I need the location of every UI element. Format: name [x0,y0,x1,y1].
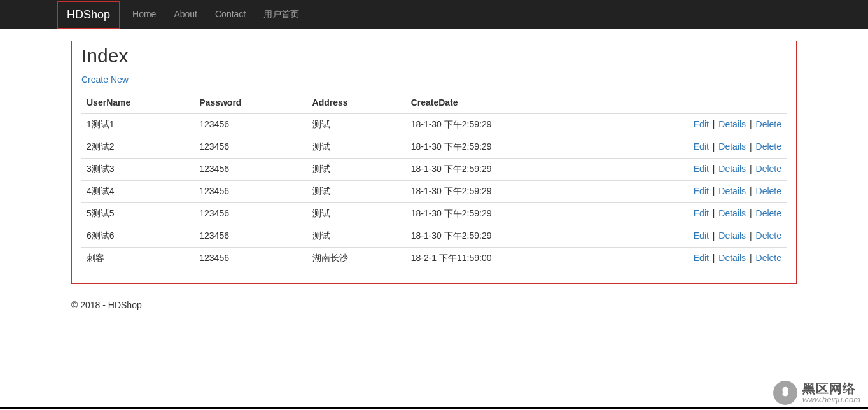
delete-link[interactable]: Delete [756,186,781,196]
nav-user-home[interactable]: 用户首页 [255,0,308,29]
cell-username: 3测试3 [81,159,194,181]
th-address: Address [307,92,406,113]
cell-password: 123456 [194,113,307,136]
cell-password: 123456 [194,248,307,270]
cell-createdate: 18-1-30 下午2:59:29 [406,113,596,136]
footer-text: © 2018 - HDShop [71,300,797,310]
cell-address: 测试 [307,225,406,248]
cell-createdate: 18-1-30 下午2:59:29 [406,203,596,225]
details-link[interactable]: Details [718,141,746,152]
separator: | [746,230,755,241]
edit-link[interactable]: Edit [694,208,709,218]
table-row: 6测试6123456测试18-1-30 下午2:59:29Edit | Deta… [81,225,787,248]
cell-address: 测试 [307,203,406,225]
details-link[interactable]: Details [718,208,746,218]
cell-username: 6测试6 [81,225,194,248]
cell-username: 4测试4 [81,181,194,203]
separator: | [709,119,718,129]
table-row: 1测试1123456测试18-1-30 下午2:59:29Edit | Deta… [81,113,787,136]
cell-createdate: 18-1-30 下午2:59:29 [406,159,596,181]
cell-address: 湖南长沙 [307,248,406,270]
nav-contact[interactable]: Contact [206,0,255,28]
nav-home[interactable]: Home [123,0,165,28]
separator: | [746,119,755,129]
cell-actions: Edit | Details | Delete [596,136,787,159]
details-link[interactable]: Details [718,230,746,241]
th-username: UserName [81,92,194,113]
details-link[interactable]: Details [718,119,746,129]
cell-actions: Edit | Details | Delete [596,181,787,203]
table-row: 4测试4123456测试18-1-30 下午2:59:29Edit | Deta… [81,181,787,203]
cell-username: 刺客 [81,248,194,270]
cell-username: 1测试1 [81,113,194,136]
th-createdate: CreateDate [406,92,596,113]
delete-link[interactable]: Delete [756,230,781,241]
separator: | [709,186,718,196]
cell-actions: Edit | Details | Delete [596,203,787,225]
delete-link[interactable]: Delete [756,141,781,152]
separator: | [709,141,718,152]
footer: © 2018 - HDShop [71,300,797,323]
separator: | [746,164,755,174]
cell-password: 123456 [194,225,307,248]
cell-createdate: 18-2-1 下午11:59:00 [406,248,596,270]
separator: | [709,164,718,174]
separator: | [709,230,718,241]
delete-link[interactable]: Delete [756,164,781,174]
details-link[interactable]: Details [718,186,746,196]
separator: | [746,186,755,196]
brand-link[interactable]: HDShop [57,1,120,29]
edit-link[interactable]: Edit [694,141,709,152]
cell-username: 2测试2 [81,136,194,159]
page-title: Index [81,45,787,67]
delete-link[interactable]: Delete [756,253,781,263]
edit-link[interactable]: Edit [694,164,709,174]
details-link[interactable]: Details [718,164,746,174]
navbar: HDShop Home About Contact 用户首页 [0,0,868,29]
cell-password: 123456 [194,181,307,203]
users-table: UserName Password Address CreateDate 1测试… [81,92,787,269]
table-row: 2测试2123456测试18-1-30 下午2:59:29Edit | Deta… [81,136,787,159]
content-panel: Index Create New UserName Password Addre… [71,41,797,284]
th-actions [596,92,787,113]
table-row: 刺客123456湖南长沙18-2-1 下午11:59:00Edit | Deta… [81,248,787,270]
cell-address: 测试 [307,136,406,159]
nav-about[interactable]: About [165,0,206,28]
cell-actions: Edit | Details | Delete [596,225,787,248]
edit-link[interactable]: Edit [694,119,709,129]
separator: | [709,208,718,218]
nav-menu: Home About Contact 用户首页 [123,0,308,29]
table-row: 5测试5123456测试18-1-30 下午2:59:29Edit | Deta… [81,203,787,225]
separator: | [746,253,755,263]
cell-actions: Edit | Details | Delete [596,113,787,136]
cell-address: 测试 [307,181,406,203]
cell-createdate: 18-1-30 下午2:59:29 [406,181,596,203]
table-row: 3测试3123456测试18-1-30 下午2:59:29Edit | Deta… [81,159,787,181]
separator: | [709,253,718,263]
separator: | [746,208,755,218]
cell-createdate: 18-1-30 下午2:59:29 [406,136,596,159]
edit-link[interactable]: Edit [694,253,709,263]
edit-link[interactable]: Edit [694,186,709,196]
cell-password: 123456 [194,159,307,181]
cell-address: 测试 [307,113,406,136]
cell-username: 5测试5 [81,203,194,225]
footer-divider [71,292,797,292]
separator: | [746,141,755,152]
cell-password: 123456 [194,136,307,159]
cell-actions: Edit | Details | Delete [596,248,787,270]
delete-link[interactable]: Delete [756,119,781,129]
cell-password: 123456 [194,203,307,225]
cell-address: 测试 [307,159,406,181]
th-password: Password [194,92,307,113]
details-link[interactable]: Details [718,253,746,263]
cell-actions: Edit | Details | Delete [596,159,787,181]
cell-createdate: 18-1-30 下午2:59:29 [406,225,596,248]
create-new-link[interactable]: Create New [81,74,129,85]
delete-link[interactable]: Delete [756,208,781,218]
edit-link[interactable]: Edit [694,230,709,241]
table-header-row: UserName Password Address CreateDate [81,92,787,113]
